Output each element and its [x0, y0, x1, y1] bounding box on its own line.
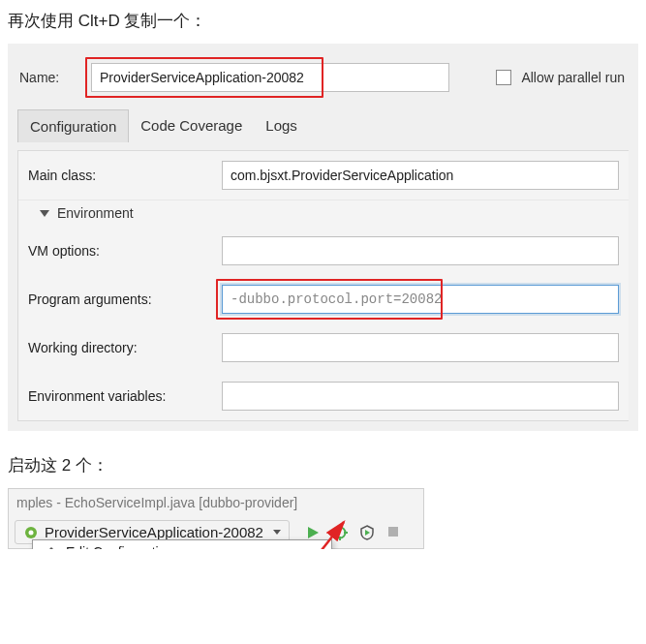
spring-boot-icon	[23, 525, 39, 540]
allow-parallel-label: Allow parallel run	[521, 70, 625, 85]
name-input[interactable]	[91, 63, 449, 92]
vm-options-input[interactable]	[222, 236, 619, 265]
edit-icon	[43, 544, 58, 549]
run-config-dropdown: Edit Configurations... Save 'ProviderSer…	[32, 539, 332, 549]
chevron-down-icon	[273, 530, 281, 535]
name-input-wrap	[91, 63, 449, 92]
svg-marker-8	[365, 530, 370, 536]
run-icon[interactable]	[305, 525, 321, 540]
collapse-icon	[40, 210, 49, 217]
name-label: Name:	[17, 70, 76, 85]
svg-point-3	[334, 527, 345, 537]
working-directory-row: Working directory:	[18, 323, 629, 372]
debug-icon[interactable]	[332, 525, 348, 540]
doc-text-1: 再次使用 Clt+D 复制一个：	[0, 0, 646, 38]
stop-icon[interactable]	[386, 525, 402, 540]
name-row: Name: Allow parallel run	[17, 63, 629, 92]
vm-options-row: VM options:	[18, 227, 629, 275]
environment-label: Environment	[57, 205, 134, 221]
doc-text-2: 启动这 2 个：	[0, 445, 646, 482]
allow-parallel-checkbox[interactable]	[496, 70, 511, 85]
config-tabs: Configuration Code Coverage Logs	[17, 109, 629, 142]
run-config-selector-label: ProviderServiceApplication-20082	[45, 524, 263, 540]
config-fields: Main class: Environment VM options: Prog…	[17, 150, 629, 421]
working-directory-label: Working directory:	[28, 340, 212, 355]
editor-title-fragment: mples - EchoServiceImpl.java [dubbo-prov…	[9, 489, 423, 510]
main-class-row: Main class:	[18, 151, 629, 199]
main-class-label: Main class:	[28, 168, 212, 183]
svg-marker-2	[308, 527, 319, 538]
program-arguments-row: Program arguments:	[18, 275, 629, 323]
environment-header[interactable]: Environment	[18, 199, 629, 227]
run-coverage-icon[interactable]	[359, 525, 375, 540]
ide-toolbar-shot: mples - EchoServiceImpl.java [dubbo-prov…	[8, 488, 424, 549]
environment-variables-row: Environment variables:	[18, 372, 629, 420]
environment-variables-label: Environment variables:	[28, 388, 212, 404]
edit-configurations-item[interactable]: Edit Configurations...	[33, 540, 331, 549]
run-config-dialog: Name: Allow parallel run Configuration C…	[8, 44, 638, 431]
edit-configurations-label: Edit Configurations...	[66, 544, 192, 549]
tab-logs[interactable]: Logs	[254, 109, 309, 142]
tab-configuration[interactable]: Configuration	[17, 109, 129, 142]
toolbar-actions	[305, 525, 402, 540]
svg-point-1	[29, 530, 34, 535]
svg-rect-9	[388, 527, 398, 537]
vm-options-label: VM options:	[28, 243, 212, 259]
program-arguments-label: Program arguments:	[28, 291, 212, 307]
program-arguments-input[interactable]	[222, 285, 619, 314]
main-class-input[interactable]	[222, 161, 619, 190]
working-directory-input[interactable]	[222, 333, 619, 362]
tab-code-coverage[interactable]: Code Coverage	[129, 109, 254, 142]
environment-variables-input[interactable]	[222, 382, 619, 411]
allow-parallel-run[interactable]: Allow parallel run	[496, 70, 629, 85]
